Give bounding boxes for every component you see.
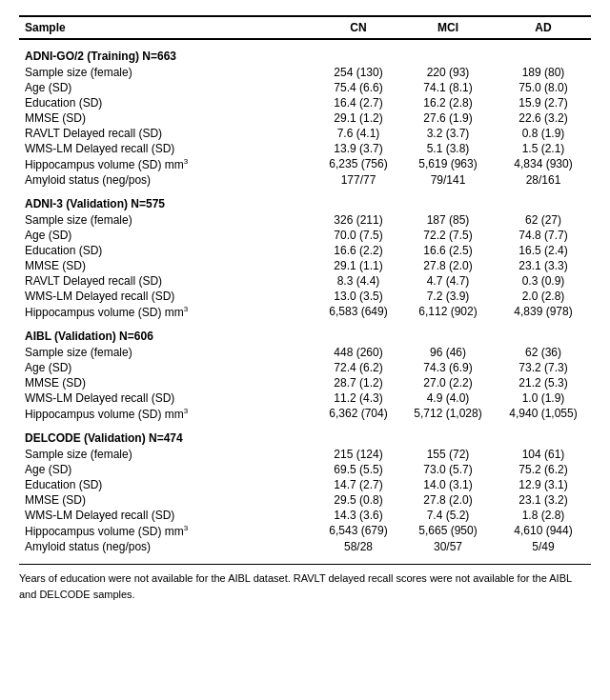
row-label: Age (SD): [19, 80, 316, 95]
row-value: 75.2 (6.2): [496, 462, 591, 477]
row-label: MMSE (SD): [19, 375, 316, 390]
row-value: 7.4 (5.2): [400, 508, 496, 523]
row-value: 14.3 (3.6): [316, 508, 400, 523]
row-value: 79/141: [400, 172, 496, 188]
row-value: 4.7 (4.7): [400, 273, 496, 289]
section-title: DELCODE (Validation) N=474: [19, 422, 591, 447]
row-value: 13.0 (3.5): [316, 289, 400, 304]
row-label: Sample size (female): [19, 212, 316, 228]
table-footnote: Years of education were not available fo…: [19, 564, 591, 602]
row-value: 13.9 (3.7): [316, 141, 400, 156]
data-table: Sample CN MCI AD ADNI-GO/2 (Training) N=…: [19, 15, 591, 554]
row-label: MMSE (SD): [19, 492, 316, 508]
row-value: 74.1 (8.1): [400, 80, 496, 95]
row-value: 104 (61): [496, 447, 591, 462]
table-row: Sample size (female)448 (260)96 (46)62 (…: [19, 345, 591, 360]
row-value: 70.0 (7.5): [316, 228, 400, 243]
col-header-cn: CN: [316, 16, 400, 39]
row-value: 6,112 (902): [400, 304, 496, 320]
row-value: 220 (93): [400, 65, 496, 80]
row-label: RAVLT Delayed recall (SD): [19, 273, 316, 289]
row-value: 16.6 (2.2): [316, 243, 400, 258]
row-value: 29.1 (1.2): [316, 110, 400, 126]
section-title: ADNI-GO/2 (Training) N=663: [19, 39, 591, 65]
row-value: 30/57: [400, 539, 496, 554]
row-label: WMS-LM Delayed recall (SD): [19, 289, 316, 304]
table-row: RAVLT Delayed recall (SD)7.6 (4.1)3.2 (3…: [19, 126, 591, 141]
table-row: Amyloid status (neg/pos)58/2830/575/49: [19, 539, 591, 554]
row-value: 16.2 (2.8): [400, 95, 496, 110]
row-value: 5,712 (1,028): [400, 406, 496, 422]
row-label: Education (SD): [19, 477, 316, 492]
row-value: 23.1 (3.3): [496, 258, 591, 273]
row-value: 4.9 (4.0): [400, 390, 496, 406]
row-label: Hippocampus volume (SD) mm3: [19, 406, 316, 422]
row-value: 28.7 (1.2): [316, 375, 400, 390]
section-header-row: ADNI-3 (Validation) N=575: [19, 188, 591, 212]
row-label: Age (SD): [19, 462, 316, 477]
row-value: 15.9 (2.7): [496, 95, 591, 110]
row-label: Hippocampus volume (SD) mm3: [19, 304, 316, 320]
row-value: 72.4 (6.2): [316, 360, 400, 375]
row-value: 7.6 (4.1): [316, 126, 400, 141]
table-row: Age (SD)75.4 (6.6)74.1 (8.1)75.0 (8.0): [19, 80, 591, 95]
row-value: 6,543 (679): [316, 523, 400, 539]
row-value: 0.8 (1.9): [496, 126, 591, 141]
section-title: AIBL (Validation) N=606: [19, 320, 591, 345]
row-value: 5.1 (3.8): [400, 141, 496, 156]
table-row: Sample size (female)326 (211)187 (85)62 …: [19, 212, 591, 228]
row-value: 4,834 (930): [496, 156, 591, 172]
row-value: 4,610 (944): [496, 523, 591, 539]
row-value: 189 (80): [496, 65, 591, 80]
row-label: Education (SD): [19, 243, 316, 258]
row-value: 73.2 (7.3): [496, 360, 591, 375]
row-value: 23.1 (3.2): [496, 492, 591, 508]
table-row: WMS-LM Delayed recall (SD)14.3 (3.6)7.4 …: [19, 508, 591, 523]
row-value: 72.2 (7.5): [400, 228, 496, 243]
row-label: WMS-LM Delayed recall (SD): [19, 508, 316, 523]
table-row: WMS-LM Delayed recall (SD)13.9 (3.7)5.1 …: [19, 141, 591, 156]
row-value: 16.5 (2.4): [496, 243, 591, 258]
row-value: 6,583 (649): [316, 304, 400, 320]
row-value: 62 (36): [496, 345, 591, 360]
row-label: MMSE (SD): [19, 110, 316, 126]
row-value: 6,235 (756): [316, 156, 400, 172]
row-value: 29.1 (1.1): [316, 258, 400, 273]
row-label: WMS-LM Delayed recall (SD): [19, 390, 316, 406]
row-value: 4,940 (1,055): [496, 406, 591, 422]
row-value: 16.4 (2.7): [316, 95, 400, 110]
row-value: 22.6 (3.2): [496, 110, 591, 126]
table-row: Hippocampus volume (SD) mm36,235 (756)5,…: [19, 156, 591, 172]
row-value: 14.7 (2.7): [316, 477, 400, 492]
table-row: Age (SD)69.5 (5.5)73.0 (5.7)75.2 (6.2): [19, 462, 591, 477]
section-header-row: DELCODE (Validation) N=474: [19, 422, 591, 447]
row-value: 7.2 (3.9): [400, 289, 496, 304]
row-value: 69.5 (5.5): [316, 462, 400, 477]
table-row: Hippocampus volume (SD) mm36,583 (649)6,…: [19, 304, 591, 320]
row-label: Sample size (female): [19, 345, 316, 360]
section-header-row: ADNI-GO/2 (Training) N=663: [19, 39, 591, 65]
row-value: 254 (130): [316, 65, 400, 80]
row-value: 215 (124): [316, 447, 400, 462]
row-value: 5/49: [496, 539, 591, 554]
row-value: 1.5 (2.1): [496, 141, 591, 156]
table-header-row: Sample CN MCI AD: [19, 16, 591, 39]
row-label: Amyloid status (neg/pos): [19, 172, 316, 188]
col-header-ad: AD: [496, 16, 591, 39]
table-row: Hippocampus volume (SD) mm36,362 (704)5,…: [19, 406, 591, 422]
row-value: 73.0 (5.7): [400, 462, 496, 477]
row-value: 96 (46): [400, 345, 496, 360]
row-value: 74.8 (7.7): [496, 228, 591, 243]
row-value: 16.6 (2.5): [400, 243, 496, 258]
table-row: Age (SD)72.4 (6.2)74.3 (6.9)73.2 (7.3): [19, 360, 591, 375]
row-value: 187 (85): [400, 212, 496, 228]
row-label: MMSE (SD): [19, 258, 316, 273]
row-value: 1.8 (2.8): [496, 508, 591, 523]
table-row: Sample size (female)215 (124)155 (72)104…: [19, 447, 591, 462]
table-row: WMS-LM Delayed recall (SD)11.2 (4.3)4.9 …: [19, 390, 591, 406]
row-value: 448 (260): [316, 345, 400, 360]
table-row: WMS-LM Delayed recall (SD)13.0 (3.5)7.2 …: [19, 289, 591, 304]
row-value: 5,619 (963): [400, 156, 496, 172]
row-label: Hippocampus volume (SD) mm3: [19, 156, 316, 172]
row-value: 8.3 (4.4): [316, 273, 400, 289]
